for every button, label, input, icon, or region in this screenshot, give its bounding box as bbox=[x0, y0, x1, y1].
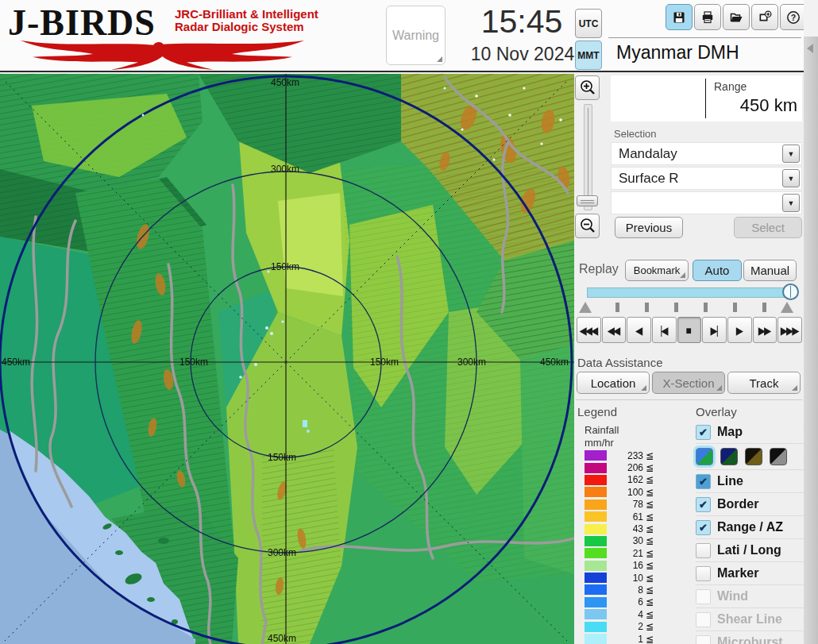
overlay-label: Lati / Long bbox=[717, 543, 781, 557]
product-dropdown[interactable]: Surface R ▼ bbox=[611, 167, 802, 190]
svg-text:?: ? bbox=[791, 13, 796, 22]
help-button[interactable]: ? bbox=[780, 4, 807, 30]
add-capture-icon bbox=[758, 10, 772, 25]
fast-rewind-button[interactable]: ◀◀ bbox=[602, 317, 627, 343]
replay-range-start-marker[interactable] bbox=[579, 302, 592, 313]
legend-row: 100≦ bbox=[585, 486, 672, 498]
header-separator bbox=[608, 37, 801, 38]
overlay-item-border[interactable]: ✔Border bbox=[696, 492, 804, 515]
jump-start-button[interactable]: ◀◀◀ bbox=[577, 317, 601, 343]
legend-value: 61 bbox=[607, 511, 643, 523]
checkbox-map[interactable]: ✔ bbox=[696, 425, 711, 440]
legend-row: 78≦ bbox=[585, 499, 672, 511]
x-section-button[interactable]: X-Section bbox=[652, 372, 725, 394]
checkbox-marker[interactable] bbox=[696, 566, 711, 581]
map-zoom-control bbox=[574, 74, 601, 245]
overlay-label: Range / AZ bbox=[717, 520, 783, 534]
panel-collapse-arrow-icon[interactable] bbox=[807, 44, 813, 53]
legend-color-swatch bbox=[585, 597, 607, 607]
legend-color-swatch bbox=[585, 584, 607, 595]
legend-value: 2 bbox=[607, 621, 643, 632]
legend-unit-line1: Rainfall bbox=[585, 424, 619, 436]
logo-title: J-BIRDS bbox=[8, 2, 156, 44]
map-style-black-gray[interactable] bbox=[770, 448, 787, 465]
legend-color-swatch bbox=[585, 573, 607, 583]
step-back-button[interactable]: |◀ bbox=[652, 317, 677, 343]
zoom-in-button[interactable] bbox=[575, 75, 600, 100]
play-button[interactable]: ▶ bbox=[727, 317, 752, 343]
utc-button[interactable]: UTC bbox=[575, 9, 602, 38]
save-button[interactable] bbox=[666, 4, 693, 30]
bookmark-button[interactable]: Bookmark bbox=[625, 260, 689, 281]
warning-button[interactable]: Warning bbox=[386, 6, 446, 65]
manual-mode-button[interactable]: Manual bbox=[743, 260, 797, 281]
overlay-item-map[interactable]: ✔Map bbox=[696, 421, 804, 443]
print-button[interactable] bbox=[694, 4, 721, 30]
eagle-icon bbox=[10, 40, 315, 70]
zoom-out-button[interactable] bbox=[575, 214, 600, 238]
range-ring-label: 150km bbox=[179, 357, 208, 368]
legend-suffix: ≦ bbox=[646, 596, 654, 607]
jump-end-button[interactable]: ▶▶▶ bbox=[777, 317, 802, 343]
auto-mode-button[interactable]: Auto bbox=[693, 260, 742, 281]
panel-edge-strip bbox=[804, 0, 818, 644]
mmt-button[interactable]: MMT bbox=[575, 40, 602, 70]
range-ring-label: 150km bbox=[268, 452, 296, 463]
overlay-item-lati-long[interactable]: Lati / Long bbox=[696, 538, 804, 561]
header-bar: J-BIRDS JRC-Brilliant & Intelligent Rada… bbox=[0, 0, 818, 72]
checkbox-lati-long[interactable] bbox=[696, 543, 711, 558]
fast-forward-button[interactable]: ▶▶ bbox=[753, 317, 777, 343]
stop-button[interactable]: ■ bbox=[677, 317, 702, 343]
chevron-down-icon[interactable]: ▼ bbox=[782, 169, 800, 187]
overlay-label: Marker bbox=[717, 566, 758, 580]
checkbox-wind bbox=[696, 589, 711, 604]
checkbox-border[interactable]: ✔ bbox=[696, 497, 711, 512]
overlay-item-marker[interactable]: Marker bbox=[696, 561, 804, 584]
legend-color-swatch bbox=[585, 609, 607, 619]
site-dropdown[interactable]: Mandalay ▼ bbox=[611, 142, 802, 165]
extra-dropdown[interactable]: ▼ bbox=[611, 191, 802, 214]
replay-label: Replay bbox=[579, 262, 619, 276]
range-ring-label: 450km bbox=[271, 77, 299, 88]
map-style-blue-green[interactable] bbox=[696, 448, 713, 465]
map-style-black-olive[interactable] bbox=[745, 448, 762, 465]
replay-progress-handle[interactable] bbox=[782, 283, 799, 300]
site-dropdown-value: Mandalay bbox=[619, 146, 677, 162]
station-title: Myanmar DMH bbox=[616, 42, 739, 64]
replay-range-end-marker[interactable] bbox=[781, 302, 793, 313]
open-button[interactable] bbox=[723, 4, 750, 30]
play-reverse-button[interactable]: ◀ bbox=[627, 317, 651, 343]
replay-tick bbox=[762, 303, 766, 312]
range-ring-label: 300km bbox=[271, 164, 299, 175]
overlay-item-line[interactable]: ✔Line bbox=[696, 469, 804, 492]
legend-color-swatch bbox=[585, 450, 607, 461]
overlay-item-range-az[interactable]: ✔Range / AZ bbox=[696, 515, 804, 538]
checkbox-range-az[interactable]: ✔ bbox=[696, 520, 711, 535]
legend-color-swatch bbox=[585, 463, 607, 473]
track-button[interactable]: Track bbox=[727, 372, 801, 394]
legend-value: 100 bbox=[607, 487, 643, 498]
legend-unit-line2: mm/hr bbox=[585, 437, 614, 449]
zoom-slider-handle[interactable] bbox=[577, 195, 598, 206]
select-button[interactable]: Select bbox=[734, 217, 802, 238]
replay-progress-track[interactable] bbox=[587, 287, 792, 298]
toolbar: ? bbox=[666, 4, 807, 30]
chevron-down-icon[interactable]: ▼ bbox=[782, 145, 800, 163]
zoom-slider-track[interactable] bbox=[584, 104, 592, 210]
radar-map-canvas[interactable]: 450km 300km 150km 150km 300km 450km 450k… bbox=[0, 74, 574, 644]
chevron-down-icon[interactable]: ▼ bbox=[782, 194, 800, 212]
previous-button[interactable]: Previous bbox=[615, 217, 683, 238]
open-folder-icon bbox=[729, 10, 743, 25]
legend-value: 1 bbox=[607, 634, 643, 644]
replay-tick bbox=[733, 303, 737, 312]
map-style-navy-darkgreen[interactable] bbox=[720, 448, 738, 465]
selection-label: Selection bbox=[614, 128, 656, 140]
overlay-label: Border bbox=[717, 497, 758, 511]
overlay-label: Microburst bbox=[717, 635, 783, 644]
legend-suffix: ≦ bbox=[646, 450, 654, 461]
overlay-title: Overlay bbox=[696, 405, 737, 418]
location-button[interactable]: Location bbox=[577, 372, 650, 394]
checkbox-line[interactable]: ✔ bbox=[696, 474, 711, 489]
capture-button[interactable] bbox=[751, 4, 778, 30]
step-forward-button[interactable]: ▶| bbox=[702, 317, 727, 343]
